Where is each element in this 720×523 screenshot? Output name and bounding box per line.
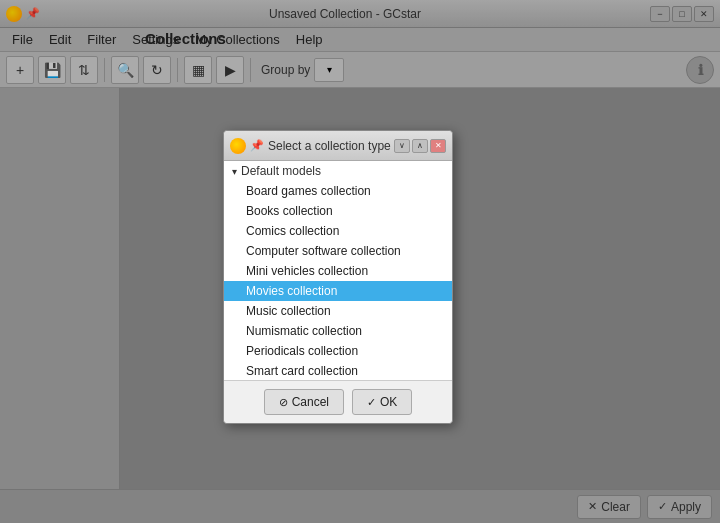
list-item-numismatic-collection[interactable]: Numismatic collection	[224, 321, 452, 341]
collection-list[interactable]: ▾ Default models Board games collectionB…	[224, 161, 452, 381]
list-category-default-models: ▾ Default models	[224, 161, 452, 181]
dialog-pin-icon: 📌	[250, 139, 264, 152]
cancel-icon: ⊘	[279, 396, 288, 409]
list-item-periodicals-collection[interactable]: Periodicals collection	[224, 341, 452, 361]
dialog-gcstar-icon	[230, 138, 246, 154]
dialog-title-bar: 📌 Select a collection type ∨ ∧ ✕	[224, 131, 452, 161]
dialog-up-button[interactable]: ∧	[412, 139, 428, 153]
dialog-down-button[interactable]: ∨	[394, 139, 410, 153]
select-collection-dialog: 📌 Select a collection type ∨ ∧ ✕ ▾ Defau…	[223, 130, 453, 424]
list-item-board-games-collection[interactable]: Board games collection	[224, 181, 452, 201]
ok-button[interactable]: ✓ OK	[352, 389, 412, 415]
list-item-comics-collection[interactable]: Comics collection	[224, 221, 452, 241]
list-item-movies-collection[interactable]: Movies collection	[224, 281, 452, 301]
list-item-smart-card-collection[interactable]: Smart card collection	[224, 361, 452, 381]
category-arrow-icon: ▾	[232, 166, 237, 177]
list-item-computer-software-collection[interactable]: Computer software collection	[224, 241, 452, 261]
dialog-close-button[interactable]: ✕	[430, 139, 446, 153]
list-item-books-collection[interactable]: Books collection	[224, 201, 452, 221]
ok-label: OK	[380, 395, 397, 409]
cancel-button[interactable]: ⊘ Cancel	[264, 389, 344, 415]
category-label: Default models	[241, 164, 321, 178]
dialog-buttons: ⊘ Cancel ✓ OK	[224, 381, 452, 423]
modal-overlay: 📌 Select a collection type ∨ ∧ ✕ ▾ Defau…	[0, 0, 720, 523]
ok-icon: ✓	[367, 396, 376, 409]
cancel-label: Cancel	[292, 395, 329, 409]
dialog-controls: ∨ ∧ ✕	[394, 139, 446, 153]
dialog-title: Select a collection type	[268, 139, 394, 153]
list-item-music-collection[interactable]: Music collection	[224, 301, 452, 321]
list-item-mini-vehicles-collection[interactable]: Mini vehicles collection	[224, 261, 452, 281]
